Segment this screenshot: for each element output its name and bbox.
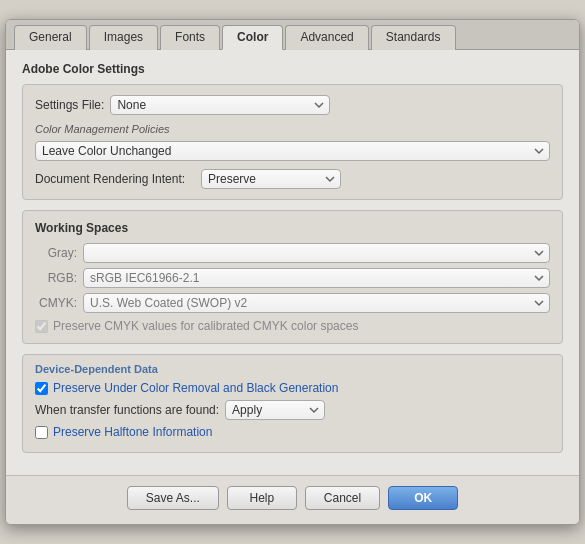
help-button[interactable]: Help bbox=[227, 486, 297, 510]
cmyk-row: CMYK: U.S. Web Coated (SWOP) v2 bbox=[35, 293, 550, 313]
preserve-cmyk-checkbox[interactable] bbox=[35, 320, 48, 333]
tab-bar: General Images Fonts Color Advanced Stan… bbox=[6, 20, 579, 50]
tab-standards[interactable]: Standards bbox=[371, 25, 456, 50]
tab-color[interactable]: Color bbox=[222, 25, 283, 50]
section-title: Adobe Color Settings bbox=[22, 62, 563, 76]
save-as-button[interactable]: Save As... bbox=[127, 486, 219, 510]
dialog: General Images Fonts Color Advanced Stan… bbox=[5, 19, 580, 525]
transfer-select[interactable]: Apply bbox=[225, 400, 325, 420]
tab-images[interactable]: Images bbox=[89, 25, 158, 50]
tab-general[interactable]: General bbox=[14, 25, 87, 50]
preserve-ucr-row: Preserve Under Color Removal and Black G… bbox=[35, 381, 550, 395]
rendering-intent-label: Document Rendering Intent: bbox=[35, 172, 195, 186]
adobe-color-section: Settings File: None Color Management Pol… bbox=[22, 84, 563, 200]
color-management-label: Color Management Policies bbox=[35, 123, 550, 135]
preserve-halftone-label: Preserve Halftone Information bbox=[53, 425, 212, 439]
gray-row: Gray: bbox=[35, 243, 550, 263]
gray-label: Gray: bbox=[35, 246, 77, 260]
preserve-ucr-checkbox[interactable] bbox=[35, 382, 48, 395]
preserve-halftone-row: Preserve Halftone Information bbox=[35, 425, 550, 439]
settings-file-row: Settings File: None bbox=[35, 95, 550, 115]
preserve-ucr-label: Preserve Under Color Removal and Black G… bbox=[53, 381, 338, 395]
ok-button[interactable]: OK bbox=[388, 486, 458, 510]
working-spaces-title: Working Spaces bbox=[35, 221, 550, 235]
settings-file-select[interactable]: None bbox=[110, 95, 330, 115]
preserve-halftone-checkbox[interactable] bbox=[35, 426, 48, 439]
button-row: Save As... Help Cancel OK bbox=[6, 475, 579, 524]
tab-advanced[interactable]: Advanced bbox=[285, 25, 368, 50]
cmyk-label: CMYK: bbox=[35, 296, 77, 310]
tab-fonts[interactable]: Fonts bbox=[160, 25, 220, 50]
cmyk-select[interactable]: U.S. Web Coated (SWOP) v2 bbox=[83, 293, 550, 313]
settings-file-label: Settings File: bbox=[35, 98, 104, 112]
rgb-select[interactable]: sRGB IEC61966-2.1 bbox=[83, 268, 550, 288]
color-management-select[interactable]: Leave Color Unchanged bbox=[35, 141, 550, 161]
transfer-row: When transfer functions are found: Apply bbox=[35, 400, 550, 420]
rendering-intent-row: Document Rendering Intent: Preserve bbox=[35, 169, 550, 189]
device-dependent-section: Device-Dependent Data Preserve Under Col… bbox=[22, 354, 563, 453]
gray-select[interactable] bbox=[83, 243, 550, 263]
main-content: Adobe Color Settings Settings File: None… bbox=[6, 50, 579, 475]
cancel-button[interactable]: Cancel bbox=[305, 486, 380, 510]
working-spaces-section: Working Spaces Gray: RGB: sRGB IEC61966-… bbox=[22, 210, 563, 344]
preserve-cmyk-row: Preserve CMYK values for calibrated CMYK… bbox=[35, 319, 550, 333]
rendering-intent-select[interactable]: Preserve bbox=[201, 169, 341, 189]
rgb-row: RGB: sRGB IEC61966-2.1 bbox=[35, 268, 550, 288]
transfer-label: When transfer functions are found: bbox=[35, 403, 219, 417]
preserve-cmyk-label: Preserve CMYK values for calibrated CMYK… bbox=[53, 319, 358, 333]
device-section-title: Device-Dependent Data bbox=[35, 363, 550, 375]
rgb-label: RGB: bbox=[35, 271, 77, 285]
